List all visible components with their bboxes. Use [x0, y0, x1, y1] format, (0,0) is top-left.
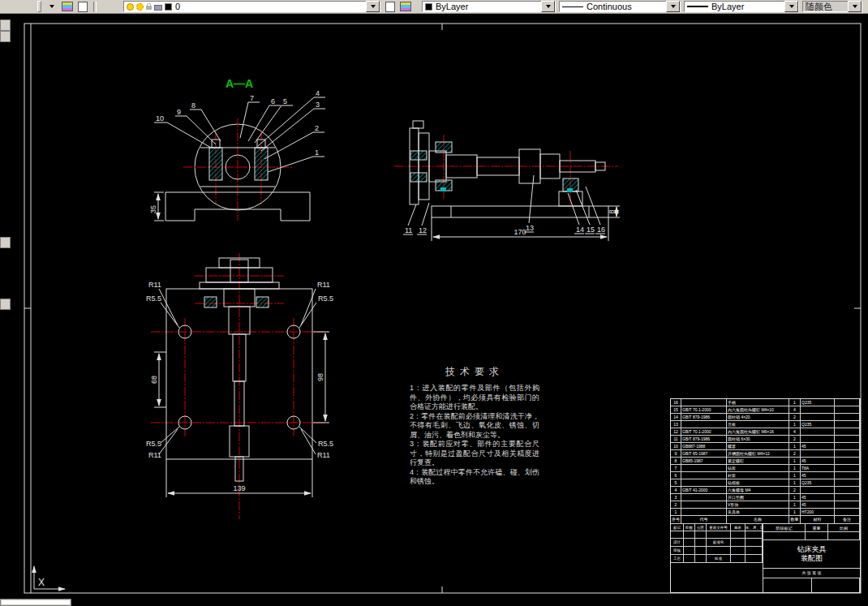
linetype-combo-dropdown[interactable] — [666, 1, 680, 12]
radius-label: R5.5 — [146, 427, 179, 448]
balloon-4: 4 — [258, 89, 325, 146]
tech-item: 1：进入装配的零件及部件（包括外购件、外协件），均必须具有检验部门的合格证方能进… — [410, 384, 539, 412]
balloon-12: 12 — [417, 203, 429, 234]
parts-row: 11GB/T 879-1986圆柱销 6×302 — [671, 436, 860, 443]
title-block-empty — [671, 563, 763, 592]
layer-name: 0 — [175, 2, 180, 11]
signature-cell — [695, 555, 707, 563]
layer-plot-icon[interactable] — [154, 5, 162, 11]
layer-combo[interactable]: 0 — [123, 1, 380, 12]
plotstyle-value: 随颜色 — [806, 1, 832, 13]
layer-color-swatch — [165, 3, 172, 11]
parts-header-cell: 材料 — [801, 516, 835, 523]
svg-text:7: 7 — [250, 94, 254, 102]
layer-properties-button[interactable] — [60, 1, 74, 12]
plotstyle-combo-dropdown[interactable] — [848, 1, 862, 12]
lineweight-combo[interactable]: ByLayer — [684, 1, 799, 12]
svg-text:R11: R11 — [317, 281, 330, 289]
tech-item: 4：装配过程中零件不允许磕、碰、划伤和锈蚀。 — [410, 468, 539, 487]
color-combo-dropdown[interactable] — [541, 1, 555, 12]
svg-text:16: 16 — [597, 226, 605, 234]
svg-text:11: 11 — [405, 226, 412, 234]
signature-cell — [695, 539, 707, 547]
dim-68: 68 — [150, 376, 158, 384]
svg-text:R5.5: R5.5 — [146, 294, 161, 303]
layer-previous-button[interactable] — [398, 1, 412, 12]
tech-item: 2：零件在装配前必须清理和清洗干净，不得有毛刺、飞边、氧化皮、锈蚀、切屑、油污、… — [410, 412, 539, 441]
title-block-bottom: 标记处数分区更改文件号签名年、月、日 设计标准化审核工艺批准 阶段标记 重量 比… — [671, 524, 860, 592]
svg-text:8: 8 — [191, 101, 196, 110]
plotstyle-combo[interactable]: 随颜色 — [802, 1, 862, 12]
signature-cell: 标准化 — [707, 539, 731, 547]
revision-header-cell: 标记 — [671, 524, 684, 531]
chevron-down-icon — [671, 5, 676, 8]
svg-text:10: 10 — [156, 114, 164, 122]
signature-cell — [731, 547, 746, 555]
layer-combo-dropdown[interactable] — [366, 1, 380, 12]
signature-cell — [746, 547, 763, 555]
lineweight-value: ByLayer — [711, 2, 744, 11]
parts-header-cell: 备注 — [835, 516, 860, 523]
color-swatch — [425, 3, 432, 11]
lineweight-preview-icon — [687, 6, 708, 7]
parts-row: 14GB/T 879-1986圆柱销 4×202 — [671, 414, 860, 421]
svg-text:13: 13 — [526, 224, 534, 232]
svg-text:R11: R11 — [148, 281, 161, 289]
signature-grid: 设计标准化审核工艺批准 — [671, 539, 763, 563]
radius-label: R5.5 — [299, 294, 333, 328]
svg-text:3: 3 — [316, 101, 320, 109]
tech-item: 3：装配前应对零、部件的主要配合尺寸，特别是过盈配合尺寸及相关精度进行复查。 — [410, 440, 539, 468]
layer-on-icon[interactable] — [127, 3, 134, 11]
docked-toolbar-button[interactable] — [0, 19, 11, 31]
parts-row: 13压板1Q235 — [671, 421, 860, 428]
parts-row: 8GB85-1987紧定螺钉145 — [671, 458, 860, 465]
balloon-11: 11 — [403, 204, 416, 234]
front-view: R11 R5.5 R11 R5.5 R5.5 R11 R5.5 R11 68 9… — [146, 253, 333, 519]
chevron-down-icon — [49, 5, 54, 8]
signature-cell: 工艺 — [671, 555, 684, 563]
parts-row: 7钻套1T8A — [671, 465, 860, 472]
signature-cell — [684, 539, 695, 547]
radius-label: R11 — [148, 281, 178, 325]
parts-row: 10GB887-1988螺塞145 — [671, 443, 860, 450]
layers-icon — [62, 2, 73, 11]
revision-header-cell: 分区 — [695, 524, 707, 531]
parts-row: 9GB/T 65-1987开槽圆柱头螺钉 M4×122 — [671, 450, 860, 458]
toolbar-grip[interactable] — [37, 1, 41, 12]
revision-header-cell: 更改文件号 — [707, 524, 731, 531]
svg-text:R5.5: R5.5 — [146, 440, 161, 448]
svg-text:15: 15 — [587, 226, 595, 234]
chevron-down-icon — [789, 5, 794, 8]
layer-freeze-icon[interactable] — [136, 3, 144, 11]
dim-35: 35 — [149, 205, 157, 213]
svg-text:6: 6 — [271, 97, 275, 105]
signature-cell — [707, 547, 731, 555]
command-input[interactable] — [2, 600, 70, 604]
revision-header-cell: 年、月、日 — [746, 524, 763, 531]
parts-row: 12GB/T 70.1-2000内六角圆柱头螺钉 M6×164 — [671, 428, 860, 436]
svg-text:4: 4 — [316, 89, 320, 97]
side-view: 170 8 11 12 13 14 15 16 — [394, 121, 620, 241]
parts-list: 16手柄1Q23515GB/T 70.1-2000内六角圆柱头螺钉 M4×104… — [671, 399, 860, 516]
docked-toolbar-button[interactable] — [0, 299, 11, 310]
parts-header-cell: 数量 — [789, 516, 801, 523]
radius-label: R5.5 — [146, 294, 179, 328]
svg-text:14: 14 — [576, 226, 584, 234]
docked-toolbar-button[interactable] — [0, 31, 11, 42]
stage-label: 阶段标记 — [763, 524, 806, 532]
layer-lock-icon[interactable] — [146, 6, 152, 10]
command-line-fragment[interactable] — [0, 599, 71, 606]
docked-toolbar-button[interactable] — [0, 237, 11, 248]
lineweight-combo-dropdown[interactable] — [784, 1, 798, 12]
toolbar-overflow-button[interactable] — [45, 1, 58, 12]
linetype-combo[interactable]: Continuous — [559, 1, 681, 12]
toolbar-separator — [93, 2, 97, 12]
make-layer-current-button[interactable] — [383, 1, 397, 12]
scale-label: 比例 — [828, 524, 860, 532]
ucs-x-label: X — [38, 577, 45, 588]
stage-value-row — [763, 532, 860, 540]
cad-window: { "toolbar": { "layer_value": "0", "colo… — [0, 0, 868, 606]
layer-manager-button[interactable] — [75, 1, 89, 12]
color-combo[interactable]: ByLayer — [422, 1, 556, 12]
linetype-value: Continuous — [587, 2, 632, 11]
